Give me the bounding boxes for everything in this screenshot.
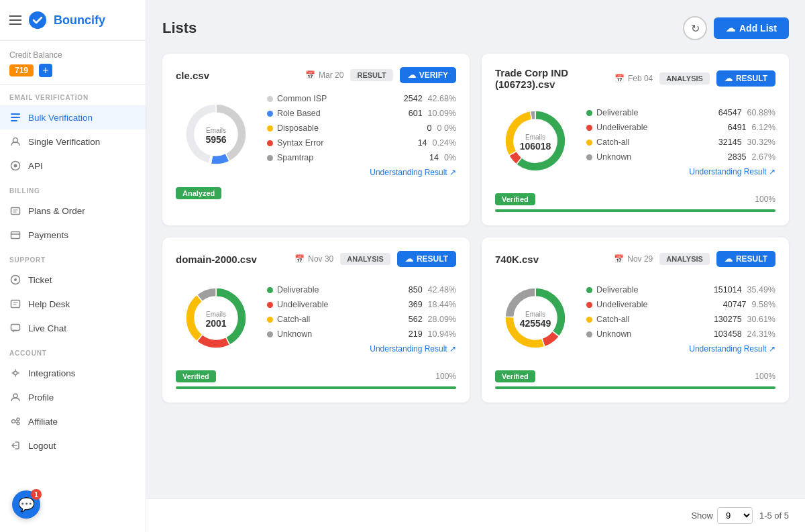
- stat-value: 14: [429, 153, 439, 162]
- badge-type: ANALYSIS: [659, 253, 710, 265]
- svg-point-6: [14, 164, 17, 168]
- badge-type: RESULT: [350, 69, 392, 81]
- sidebar-item-api[interactable]: API: [0, 154, 146, 178]
- stat-row: Deliverable 64547 60.88%: [586, 108, 775, 117]
- badge-type: ANALYSIS: [659, 72, 710, 85]
- sidebar-icon-affiliate: [9, 415, 21, 427]
- stat-label: Unknown: [596, 329, 707, 339]
- sidebar-icon-single-verification: [9, 136, 21, 148]
- stat-pct: 0 0%: [437, 123, 457, 133]
- card-date: 📅 Mar 20: [305, 70, 343, 80]
- stat-row: Undeliverable 369 18.44%: [267, 300, 456, 309]
- stat-dot: [586, 302, 592, 308]
- donut-chart: Emails 425549: [495, 278, 576, 361]
- sidebar-item-bulk-verification[interactable]: Bulk Verification: [0, 105, 146, 129]
- credit-add-button[interactable]: +: [39, 64, 52, 77]
- stat-pct: 18.44%: [428, 300, 456, 309]
- stat-pct: 2.67%: [752, 152, 775, 162]
- main-content: Lists ↻ ☁ Add List cle.csv 📅 Mar 20 RESU…: [146, 0, 805, 498]
- stat-dot: [267, 302, 273, 308]
- understanding-result-link[interactable]: Understanding Result ↗: [586, 344, 775, 354]
- svg-rect-12: [11, 325, 20, 331]
- stat-value: 2542: [404, 94, 423, 103]
- action-button-result[interactable]: ☁ RESULT: [716, 70, 775, 87]
- card-name: domain-2000.csv: [176, 254, 288, 265]
- sidebar-item-logout[interactable]: Logout: [0, 433, 146, 458]
- sidebar-item-profile[interactable]: Profile: [0, 385, 146, 409]
- stat-value: 601: [409, 109, 423, 118]
- stat-row: Spamtrap 14 0%: [267, 153, 456, 162]
- stat-pct: 60.88%: [747, 108, 775, 117]
- calendar-icon: 📅: [614, 74, 625, 83]
- sidebar-icon-payments: [9, 229, 21, 241]
- cloud-icon: ☁: [724, 254, 733, 264]
- stat-pct: 10.09%: [428, 109, 456, 118]
- badge-type: ANALYSIS: [340, 253, 390, 265]
- sidebar-item-integrations[interactable]: Integrations: [0, 361, 146, 385]
- calendar-icon: 📅: [294, 254, 305, 264]
- card-name: Trade Corp IND (106723).csv: [495, 67, 608, 90]
- card-date: 📅 Nov 29: [614, 254, 653, 264]
- stat-pct: 0%: [444, 153, 456, 162]
- stat-label: Unknown: [596, 152, 721, 162]
- svg-rect-7: [11, 208, 20, 215]
- sidebar-item-single-verification[interactable]: Single Verification: [0, 129, 146, 154]
- action-button-result[interactable]: ☁ RESULT: [716, 251, 775, 267]
- stat-value: 369: [409, 300, 423, 309]
- sidebar-label-affiliate: Affiliate: [28, 417, 58, 427]
- card-header: domain-2000.csv 📅 Nov 30 ANALYSIS ☁ RESU…: [176, 251, 456, 267]
- action-button-verify[interactable]: ☁ VERIFY: [400, 67, 456, 83]
- cards-grid: cle.csv 📅 Mar 20 RESULT ☁ VERIFY Emails …: [162, 54, 789, 403]
- emails-count: 106018: [520, 141, 551, 152]
- refresh-button[interactable]: ↻: [683, 16, 707, 40]
- progress-pct: 100%: [755, 195, 775, 204]
- analyzed-badge: Analyzed: [176, 187, 221, 199]
- emails-label: Emails: [205, 127, 226, 134]
- stat-dot: [267, 317, 273, 323]
- understanding-result-link[interactable]: Understanding Result ↗: [586, 167, 775, 176]
- stat-dot: [267, 331, 273, 337]
- sidebar-item-live-chat[interactable]: Live Chat: [0, 316, 146, 340]
- svg-rect-2: [11, 117, 20, 118]
- stat-label: Disposable: [277, 123, 421, 133]
- donut-chart: Emails 2001: [176, 278, 256, 361]
- chat-bubble-button[interactable]: 💬 1: [12, 490, 40, 519]
- understanding-result-link[interactable]: Understanding Result ↗: [267, 344, 456, 354]
- sidebar-item-affiliate[interactable]: Affiliate: [0, 409, 146, 433]
- stat-row: Disposable 0 0 0%: [267, 123, 456, 133]
- card-body: Emails 5956 Common ISP 2542 42.68% Role …: [176, 94, 456, 177]
- hamburger-menu[interactable]: [9, 15, 21, 25]
- app-header: Bouncify: [0, 0, 146, 41]
- sidebar-section-label: BILLING: [0, 178, 146, 199]
- verified-badge: Verified: [495, 193, 535, 205]
- stat-value: 6491: [728, 123, 747, 132]
- card-header: 740K.csv 📅 Nov 29 ANALYSIS ☁ RESULT: [495, 251, 775, 267]
- sidebar-item-ticket[interactable]: Ticket: [0, 268, 146, 292]
- card-body: Emails 425549 Deliverable 151014 35.49% …: [495, 278, 775, 361]
- sidebar-label-bulk-verification: Bulk Verification: [28, 113, 93, 123]
- per-page-dropdown[interactable]: 9 18 27: [717, 507, 753, 524]
- sidebar-item-plans-order[interactable]: Plans & Order: [0, 199, 146, 223]
- stat-row: Catch-all 32145 30.32%: [586, 138, 775, 147]
- sidebar-icon-ticket: [9, 274, 21, 286]
- sidebar-label-plans-order: Plans & Order: [28, 206, 85, 216]
- card-date: 📅 Feb 04: [614, 74, 653, 83]
- stat-pct: 35.49%: [747, 285, 775, 295]
- stat-row: Undeliverable 6491 6.12%: [586, 123, 775, 132]
- stat-dot: [586, 287, 592, 293]
- page-title: Lists: [162, 19, 197, 37]
- understanding-result-link[interactable]: Understanding Result ↗: [267, 168, 456, 177]
- sidebar-item-help-desk[interactable]: Help Desk: [0, 292, 146, 316]
- stat-dot: [267, 287, 273, 293]
- add-list-button[interactable]: ☁ Add List: [714, 17, 789, 39]
- stat-value: 32145: [718, 138, 742, 147]
- stat-pct: 28.09%: [428, 315, 456, 324]
- card-name: 740K.csv: [495, 254, 607, 265]
- stat-dot: [586, 154, 592, 160]
- sidebar-item-payments[interactable]: Payments: [0, 223, 146, 247]
- stat-row: Deliverable 151014 35.49%: [586, 285, 775, 295]
- emails-label: Emails: [520, 134, 551, 141]
- stat-dot: [267, 140, 273, 146]
- upload-icon: ☁: [726, 23, 735, 34]
- action-button-result[interactable]: ☁ RESULT: [397, 251, 456, 267]
